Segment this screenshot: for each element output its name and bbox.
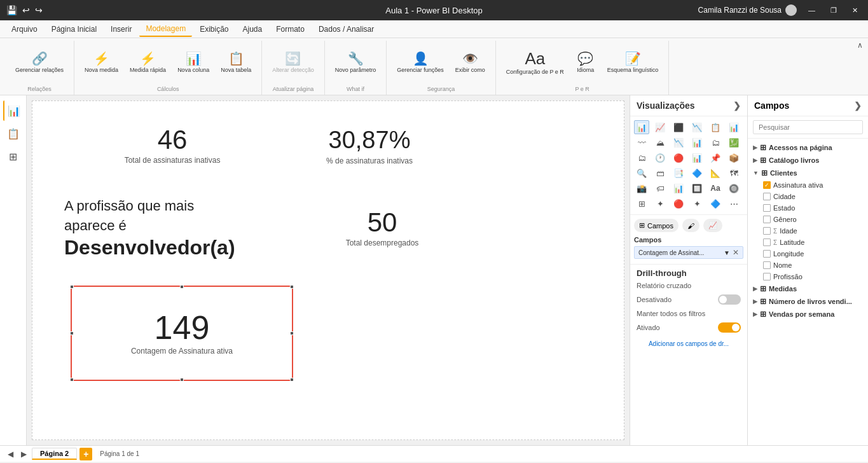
viz-icon-2[interactable]: ⬛ (671, 120, 686, 134)
viz-icon-1[interactable]: 📈 (652, 120, 668, 134)
viz-icon-29[interactable]: 🔘 (726, 181, 741, 195)
viz-icon-7[interactable]: ⛰ (652, 135, 668, 149)
viz-icon-14[interactable]: 🔴 (671, 151, 686, 165)
ribbon-collapse-button[interactable]: ∧ (852, 38, 868, 52)
checkbox-profissao[interactable] (763, 273, 771, 280)
sidebar-report-icon[interactable]: 📊 (3, 100, 24, 121)
menu-pagina-inicial[interactable]: Página Inicial (45, 22, 103, 36)
viz-icon-24[interactable]: 📸 (634, 181, 649, 195)
user-avatar[interactable] (785, 4, 797, 16)
field-tree-item-vendas[interactable]: ▶ ⊞ Vendas por semana (748, 308, 868, 321)
resize-tl[interactable] (70, 285, 74, 289)
fields-panel-expand[interactable]: ❯ (854, 100, 862, 111)
viz-icon-35[interactable]: ⋯ (726, 197, 741, 211)
menu-inserir[interactable]: Inserir (104, 22, 138, 36)
next-page-button[interactable]: ▶ (18, 448, 29, 460)
viz-icon-28[interactable]: Aa (708, 181, 723, 195)
menu-arquivo[interactable]: Arquivo (5, 22, 44, 36)
viz-tab-campos[interactable]: ⊞ Campos (634, 219, 679, 232)
viz-icon-25[interactable]: 🏷 (652, 181, 668, 195)
field-item-assinatura[interactable]: ✓ Assinatura ativa (748, 179, 868, 191)
medida-rapida-button[interactable]: ⚡ Medida rápida (125, 50, 171, 76)
viz-icon-4[interactable]: 📋 (708, 120, 723, 134)
field-tag-assinatura[interactable]: Contagem de Assinat... ▼ ✕ (634, 246, 743, 259)
viz-icon-10[interactable]: 🗂 (708, 135, 723, 149)
viz-panel-expand[interactable]: ❯ (733, 100, 741, 111)
resize-mr[interactable] (290, 331, 294, 335)
field-tag-close[interactable]: ✕ (733, 248, 739, 257)
viz-tab-analytics[interactable]: 📈 (703, 219, 722, 232)
nova-tabela-button[interactable]: 📋 Nova tabela (216, 50, 256, 76)
viz-icon-31[interactable]: ✦ (652, 197, 668, 211)
resize-br[interactable] (290, 378, 294, 382)
novo-parametro-button[interactable]: 🔧 Novo parâmetro (330, 50, 382, 76)
viz-tab-format[interactable]: 🖌 (682, 219, 699, 232)
kpi-desempregados[interactable]: 50 Total desempregados (325, 203, 439, 254)
viz-icon-13[interactable]: 🕐 (652, 151, 668, 165)
viz-icon-33[interactable]: ✦ (689, 197, 705, 211)
viz-icon-34[interactable]: 🔷 (708, 197, 723, 211)
field-item-nome[interactable]: Nome (748, 259, 868, 271)
menu-exibicao[interactable]: Exibição (193, 22, 235, 36)
field-item-longitude[interactable]: Longitude (748, 248, 868, 259)
field-item-genero[interactable]: Gênero (748, 214, 868, 225)
close-button[interactable]: ✕ (848, 5, 862, 16)
maximize-button[interactable]: ❐ (827, 5, 841, 16)
canvas-page[interactable]: 46 Total de assinaturas inativas 30,87% … (32, 100, 624, 440)
minimize-button[interactable]: — (804, 5, 819, 15)
nova-coluna-button[interactable]: 📊 Nova coluna (172, 50, 214, 76)
viz-icon-23[interactable]: 🗺 (726, 166, 741, 180)
field-tree-item-acessos[interactable]: ▶ ⊞ Acessos na página (748, 141, 868, 154)
checkbox-assinatura[interactable]: ✓ (763, 181, 771, 189)
prev-page-button[interactable]: ◀ (5, 448, 16, 460)
config-per-button[interactable]: Aa Configuração de P e R (501, 48, 569, 78)
field-tree-item-catalogo[interactable]: ▶ ⊞ Catálogo livros (748, 154, 868, 167)
fields-search-input[interactable] (753, 120, 863, 134)
viz-icon-16[interactable]: 📌 (708, 151, 723, 165)
menu-ajuda[interactable]: Ajuda (236, 22, 268, 36)
viz-icon-11[interactable]: 💹 (726, 135, 741, 149)
checkbox-longitude[interactable] (763, 250, 771, 258)
exibir-como-button[interactable]: 👁️ Exibir como (450, 50, 490, 76)
viz-icon-3[interactable]: 📉 (689, 120, 705, 134)
field-item-idade[interactable]: Σ Idade (748, 225, 868, 237)
sidebar-model-icon[interactable]: ⊞ (3, 146, 24, 167)
field-item-latitude[interactable]: Σ Latitude (748, 237, 868, 248)
sidebar-data-icon[interactable]: 📋 (3, 123, 24, 144)
viz-icon-20[interactable]: 📑 (671, 166, 686, 180)
viz-icon-5[interactable]: 📊 (726, 120, 741, 134)
dt-keep-filters-toggle[interactable] (718, 322, 741, 333)
field-item-estado[interactable]: Estado (748, 202, 868, 214)
resize-bc[interactable] (180, 378, 184, 382)
undo-icon[interactable]: ↩ (22, 5, 30, 15)
save-icon[interactable]: 💾 (6, 5, 17, 15)
menu-dados-analisar[interactable]: Dados / Analisar (312, 22, 380, 36)
viz-icon-30[interactable]: ⊞ (634, 197, 649, 211)
resize-tr[interactable] (290, 285, 294, 289)
viz-icon-8[interactable]: 📉 (671, 135, 686, 149)
viz-icon-32[interactable]: 🔴 (671, 197, 686, 211)
resize-ml[interactable] (70, 331, 74, 335)
menu-modelagem[interactable]: Modelagem (139, 22, 192, 37)
checkbox-idade[interactable] (763, 227, 771, 235)
idioma-button[interactable]: 💬 Idioma (570, 50, 601, 76)
page-tab-2[interactable]: Página 2 (32, 448, 77, 460)
viz-icon-6[interactable]: 〰 (634, 135, 649, 149)
checkbox-cidade[interactable] (763, 193, 771, 200)
field-tree-item-livros[interactable]: ▶ ⊞ Número de livros vendi... (748, 295, 868, 308)
viz-icon-9[interactable]: 📊 (689, 135, 705, 149)
kpi-total-inativas[interactable]: 46 Total de assinaturas inativas (115, 120, 230, 171)
viz-icon-22[interactable]: 📐 (708, 166, 723, 180)
add-page-button[interactable]: + (79, 448, 92, 460)
esquema-ling-button[interactable]: 📝 Esquema linguístico (602, 50, 664, 76)
resize-bl[interactable] (70, 378, 74, 382)
checkbox-genero[interactable] (763, 216, 771, 223)
menu-formato[interactable]: Formato (270, 22, 311, 36)
field-item-cidade[interactable]: Cidade (748, 191, 868, 202)
checkbox-latitude[interactable] (763, 238, 771, 246)
checkbox-nome[interactable] (763, 261, 771, 269)
gerenciar-funcoes-button[interactable]: 👤 Gerenciar funções (392, 50, 449, 76)
field-item-profissao[interactable]: Profissão (748, 271, 868, 282)
checkbox-estado[interactable] (763, 204, 771, 212)
viz-icon-12[interactable]: 🗂 (634, 151, 649, 165)
